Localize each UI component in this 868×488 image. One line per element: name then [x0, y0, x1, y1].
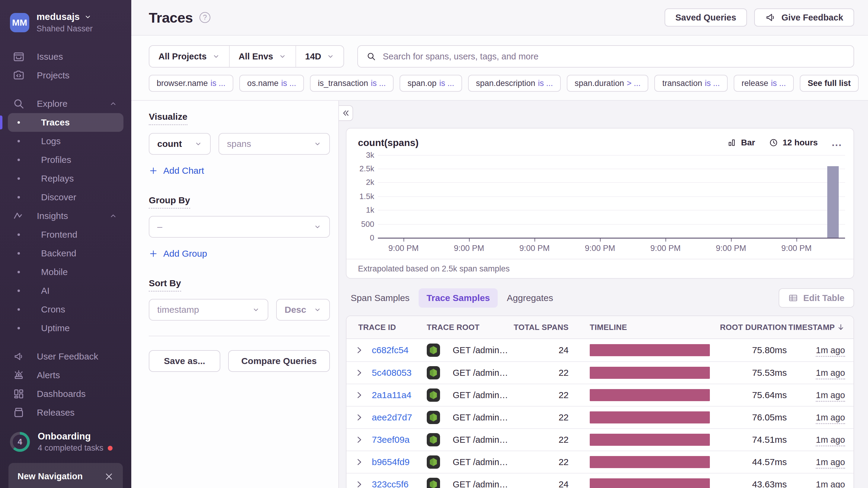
expand-row-icon[interactable] — [346, 368, 372, 378]
filter-chip-browser-name[interactable]: browser.name is ... — [149, 75, 233, 92]
sidebar-item-uptime[interactable]: Uptime — [0, 319, 131, 337]
trace-id-link[interactable]: 323cc5f6 — [372, 479, 423, 488]
sidebar-item-backend[interactable]: Backend — [0, 244, 131, 263]
trace-id-link[interactable]: 73eef09a — [372, 434, 423, 445]
trace-id-link[interactable]: b9654fd9 — [372, 457, 423, 467]
sidebar-item-frontend[interactable]: Frontend — [0, 225, 131, 244]
sort-field-select[interactable]: timestamp — [149, 299, 268, 321]
sidebar-item-mobile[interactable]: Mobile — [0, 263, 131, 282]
sidebar-item-insights[interactable]: Insights — [0, 206, 131, 225]
chart-type-button[interactable]: Bar — [727, 138, 755, 148]
sidebar-item-crons[interactable]: Crons — [0, 300, 131, 319]
sidebar-item-alerts[interactable]: Alerts — [0, 366, 131, 385]
sidebar-item-replays[interactable]: Replays — [0, 169, 131, 188]
sidebar-item-releases[interactable]: Releases — [0, 403, 131, 422]
expand-row-icon[interactable] — [346, 435, 372, 445]
expand-row-icon[interactable] — [346, 480, 372, 488]
sidebar-item-label: Profiles — [41, 155, 71, 165]
field-select[interactable]: spans — [218, 133, 330, 155]
trace-root-label: GET /admin… — [453, 435, 508, 445]
give-feedback-button[interactable]: Give Feedback — [754, 8, 854, 27]
save-as-button[interactable]: Save as... — [149, 350, 220, 372]
timestamp-value[interactable]: 1m ago — [816, 435, 845, 446]
timestamp-value[interactable]: 1m ago — [816, 345, 845, 357]
column-header-timestamp[interactable]: TIMESTAMP — [788, 323, 854, 332]
filter-chip-os-name[interactable]: os.name is ... — [239, 75, 304, 92]
sidebar-item-label: Alerts — [37, 370, 60, 380]
group-by-select[interactable]: – — [149, 216, 330, 238]
date-range-filter[interactable]: 14D — [296, 46, 343, 67]
trace-id-link[interactable]: 2a1a11a4 — [372, 390, 423, 400]
sidebar-item-projects[interactable]: Projects — [0, 66, 131, 85]
sidebar-item-ai[interactable]: AI — [0, 282, 131, 300]
timestamp-value[interactable]: 1m ago — [816, 390, 845, 402]
sidebar-item-discover[interactable]: Discover — [0, 188, 131, 206]
timeline-bar[interactable] — [590, 367, 710, 379]
expand-row-icon[interactable] — [346, 413, 372, 422]
gridline — [378, 196, 845, 197]
aggregate-select[interactable]: count — [149, 133, 211, 155]
filter-chip-transaction[interactable]: transaction is ... — [654, 75, 728, 92]
column-header-trace-root[interactable]: TRACE ROOT — [423, 323, 511, 332]
add-group-button[interactable]: Add Group — [149, 249, 207, 259]
tab-aggregates[interactable]: Aggregates — [502, 288, 558, 307]
sidebar-item-onboarding[interactable]: 4 Onboarding 4 completed tasks — [0, 431, 131, 453]
timeline-bar[interactable] — [590, 389, 710, 401]
sidebar-item-issues[interactable]: Issues — [0, 47, 131, 66]
filter-chip-span-op[interactable]: span.op is ... — [400, 75, 462, 92]
timeline-bar[interactable] — [590, 344, 710, 356]
sidebar-item-label: Replays — [41, 173, 74, 184]
environment-filter[interactable]: All Envs — [229, 46, 296, 67]
org-switcher[interactable]: MM medusajs Shahed Nasser — [0, 0, 131, 33]
timestamp-value[interactable]: 1m ago — [816, 480, 845, 488]
sidebar-item-user-feedback[interactable]: User Feedback — [0, 347, 131, 366]
saved-queries-button[interactable]: Saved Queries — [664, 8, 747, 27]
tab-trace-samples[interactable]: Trace Samples — [418, 288, 498, 307]
filter-chip-span-duration[interactable]: span.duration > ... — [567, 75, 648, 92]
project-filter[interactable]: All Projects — [149, 46, 229, 67]
filter-chip-release[interactable]: release is ... — [734, 75, 794, 92]
trace-id-link[interactable]: 5c408053 — [372, 368, 423, 378]
trace-id-link[interactable]: c682fc54 — [372, 345, 423, 355]
edit-table-button[interactable]: Edit Table — [779, 288, 854, 307]
column-header-total-spans[interactable]: TOTAL SPANS — [511, 323, 571, 332]
filter-chip-is-transaction[interactable]: is_transaction is ... — [310, 75, 394, 92]
new-navigation-title: New Navigation — [18, 471, 83, 481]
timestamp-value[interactable]: 1m ago — [816, 413, 845, 424]
column-header-root-duration[interactable]: ROOT DURATION — [719, 323, 788, 332]
trace-id-link[interactable]: aee2d7d7 — [372, 412, 423, 423]
help-icon[interactable]: ? — [199, 12, 210, 23]
timeline-bar[interactable] — [590, 456, 710, 468]
chart-bar[interactable] — [827, 166, 839, 238]
expand-row-icon[interactable] — [346, 345, 372, 355]
close-icon[interactable] — [104, 472, 114, 481]
tab-span-samples[interactable]: Span Samples — [346, 288, 414, 307]
root-duration-value: 44.57ms — [719, 457, 788, 467]
search-icon — [366, 52, 376, 61]
compare-queries-button[interactable]: Compare Queries — [228, 350, 330, 372]
column-header-timeline[interactable]: TIMELINE — [571, 323, 719, 332]
filter-chip-span-description[interactable]: span.description is ... — [468, 75, 561, 92]
sidebar-item-explore[interactable]: Explore — [0, 94, 131, 113]
sidebar-item-traces[interactable]: Traces — [8, 113, 123, 132]
column-header-trace-id[interactable]: TRACE ID — [346, 323, 423, 332]
timeline-bar[interactable] — [590, 478, 710, 488]
sidebar-item-logs[interactable]: Logs — [0, 132, 131, 151]
chip-key: transaction — [662, 79, 702, 88]
timestamp-value[interactable]: 1m ago — [816, 368, 845, 380]
timestamp-value[interactable]: 1m ago — [816, 457, 845, 469]
sidebar-item-profiles[interactable]: Profiles — [0, 151, 131, 169]
expand-row-icon[interactable] — [346, 457, 372, 467]
sort-direction-select[interactable]: Desc — [276, 299, 330, 321]
page-header: Traces ? Saved Queries Give Feedback — [131, 0, 868, 36]
sidebar-item-dashboards[interactable]: Dashboards — [0, 385, 131, 403]
timeline-bar[interactable] — [590, 434, 710, 446]
overflow-menu-icon[interactable]: ... — [832, 140, 842, 145]
see-full-list-button[interactable]: See full list — [800, 75, 859, 92]
collapse-panel-button[interactable] — [339, 105, 353, 121]
timeline-bar[interactable] — [590, 412, 710, 423]
search-input[interactable] — [383, 52, 845, 62]
chart-interval-button[interactable]: 12 hours — [769, 138, 818, 148]
add-chart-button[interactable]: Add Chart — [149, 166, 204, 176]
expand-row-icon[interactable] — [346, 390, 372, 400]
